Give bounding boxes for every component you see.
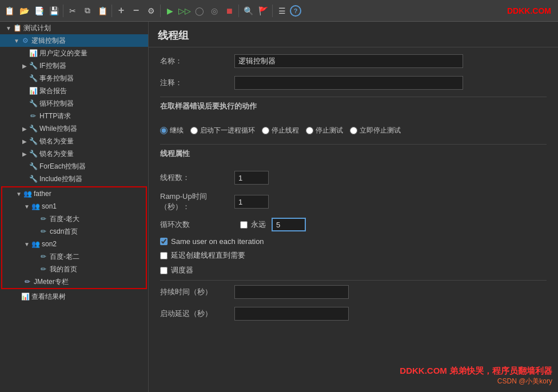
name-input[interactable] [234, 54, 463, 68]
tree-item-loop-ctrl[interactable]: ▶ 🔧 循环控制器 [0, 97, 148, 110]
radio-continue-input[interactable] [160, 127, 168, 134]
label-loop-ctrl: 循环控制器 [39, 99, 74, 109]
tree-item-son1[interactable]: ▼ 👥 son1 [2, 200, 146, 213]
arrow-son2: ▼ [23, 240, 31, 248]
rampup-input[interactable] [234, 195, 269, 209]
delay-create-checkbox[interactable]: 延迟创建线程直到需要 [160, 250, 547, 261]
comment-row: 注释： [160, 75, 547, 91]
red-border-section: ▼ 👥 father ▼ 👥 son1 ▶ ✏ 百度-老大 ▶ ✏ csdn首页 [1, 186, 147, 289]
loop-count-input[interactable] [272, 218, 306, 231]
divider1 [160, 97, 547, 97]
cut-button[interactable]: ✂ [66, 4, 79, 18]
duration-label: 持续时间（秒） [160, 287, 234, 297]
tree-item-son2[interactable]: ▼ 👥 son2 [2, 238, 146, 250]
label-user-var: 用户定义的变量 [39, 49, 87, 58]
icon-test-plan: 📋 [13, 23, 22, 33]
tree-item-baidu-laoer[interactable]: ▶ ✏ 百度-老大 [2, 213, 146, 225]
same-user-checkbox[interactable]: Same user on each iteration [160, 237, 547, 246]
tree-item-while-ctrl[interactable]: ▶ 🔧 While控制器 [0, 122, 148, 135]
pause2-button[interactable]: ◎ [208, 4, 221, 18]
tree-item-include-ctrl[interactable]: ▶ 🔧 Include控制器 [0, 173, 148, 185]
left-panel: ▼ 📋 测试计划 ▼ ⚙ 逻辑控制器 ▶ 📊 用户定义的变量 ▶ 🔧 IF控制器… [0, 22, 149, 392]
icon-lock-var1: 🔧 [29, 137, 38, 146]
name-row: 名称： [160, 53, 547, 69]
radio-continue[interactable]: 继续 [160, 126, 184, 135]
tree-item-if-ctrl[interactable]: ▶ 🔧 IF控制器 [0, 59, 148, 72]
tree-item-jmeter-col[interactable]: ▶ ✏ JMeter专栏 [2, 275, 146, 288]
paste-button[interactable]: 📋 [95, 4, 109, 18]
tree-item-test-plan[interactable]: ▼ 📋 测试计划 [0, 22, 148, 34]
flag-button[interactable]: 🚩 [256, 4, 270, 18]
tree-item-baidu-laoda[interactable]: ▶ ✏ 百度-老二 [2, 250, 146, 263]
delay-create-label: 延迟创建线程直到需要 [171, 250, 245, 261]
label-include-ctrl: Include控制器 [39, 174, 82, 184]
stop-button[interactable]: ⏹ [222, 4, 236, 18]
icon-user-var: 📊 [29, 49, 38, 58]
settings-button[interactable]: ⚙ [144, 4, 158, 18]
icon-view-results: 📊 [21, 292, 30, 301]
delay-create-input[interactable] [160, 252, 168, 259]
pause-button[interactable]: ◯ [193, 4, 206, 18]
tree-item-csdn-home[interactable]: ▶ ✏ csdn首页 [2, 225, 146, 238]
list-button[interactable]: ☰ [275, 4, 289, 18]
arrow-lock-var2: ▶ [21, 150, 29, 158]
radio-next-loop[interactable]: 启动下一进程循环 [190, 126, 255, 135]
arrow-test-plan: ▼ [5, 24, 13, 32]
search-button[interactable]: 🔍 [241, 4, 255, 18]
tree-item-trans-ctrl[interactable]: ▶ 🔧 事务控制器 [0, 72, 148, 85]
loop-forever-input[interactable] [240, 221, 248, 229]
label-csdn-home: csdn首页 [50, 227, 78, 237]
error-radio-group: 继续 启动下一进程循环 停止线程 停止测试 [160, 126, 401, 135]
thread-count-input[interactable] [234, 171, 269, 185]
icon-if-ctrl: 🔧 [29, 61, 38, 70]
new-button[interactable]: 📋 [2, 4, 16, 18]
add-button[interactable]: + [114, 4, 128, 18]
tree-item-my-home[interactable]: ▶ ✏ 我的首页 [2, 263, 146, 275]
scheduler-input[interactable] [160, 267, 168, 274]
icon-baidu-laoer: ✏ [39, 214, 48, 223]
open-button[interactable]: 📂 [17, 4, 31, 18]
tree-item-lock-var1[interactable]: ▶ 🔧 锁名为变量 [0, 135, 148, 147]
scheduler-checkbox[interactable]: 调度器 [160, 265, 547, 275]
radio-stop-thread-input[interactable] [262, 127, 269, 134]
duration-input[interactable] [234, 285, 349, 299]
rampup-row: Ramp-Up时间（秒）： [160, 191, 547, 212]
sep1 [63, 5, 63, 17]
loop-count-label: 循环次数 [160, 219, 234, 230]
loop-forever-checkbox[interactable]: 永远 [240, 219, 266, 230]
startup-delay-input[interactable] [234, 307, 349, 321]
toolbar: 📋 📂 📑 💾 ✂ ⧉ 📋 + − ⚙ ▶ ▷▷ ◯ ◎ ⏹ 🔍 🚩 ☰ ? D… [0, 0, 558, 22]
radio-stop-test[interactable]: 停止测试 [306, 126, 343, 135]
comment-label: 注释： [160, 78, 234, 88]
tree-item-http-req[interactable]: ▶ ✏ HTTP请求 [0, 110, 148, 122]
radio-stop-test-now[interactable]: 立即停止测试 [350, 126, 401, 135]
name-label: 名称： [160, 56, 234, 66]
loop-forever-label: 永远 [251, 219, 266, 230]
same-user-input[interactable] [160, 238, 168, 245]
save-button[interactable]: 💾 [47, 4, 61, 18]
help-button[interactable]: ? [290, 5, 301, 17]
right-panel: 线程组 名称： 注释： 在取样器错误后要执行的动作 [149, 22, 558, 392]
run-button[interactable]: ▶ [163, 4, 177, 18]
tree-item-agg-report[interactable]: ▶ 📊 聚合报告 [0, 85, 148, 97]
template-button[interactable]: 📑 [32, 4, 46, 18]
tree-item-logic-ctrl[interactable]: ▼ ⚙ 逻辑控制器 [0, 34, 148, 47]
panel-title: 线程组 [149, 22, 558, 47]
comment-input[interactable] [234, 76, 463, 90]
radio-stop-test-now-input[interactable] [350, 127, 357, 134]
icon-while-ctrl: 🔧 [29, 124, 38, 133]
radio-stop-test-input[interactable] [306, 127, 313, 134]
radio-stop-thread[interactable]: 停止线程 [262, 126, 299, 135]
run-all-button[interactable]: ▷▷ [178, 4, 192, 18]
tree-item-lock-var2[interactable]: ▶ 🔧 锁名为变量 [0, 147, 148, 160]
radio-next-loop-input[interactable] [190, 127, 198, 134]
error-radio-row: 继续 启动下一进程循环 停止线程 停止测试 [160, 122, 547, 138]
tree-item-view-results[interactable]: ▶ 📊 查看结果树 [0, 290, 148, 303]
tree-item-foreach-ctrl[interactable]: ▶ 🔧 ForEach控制器 [0, 160, 148, 173]
copy-button[interactable]: ⧉ [81, 4, 94, 18]
tree-item-user-var[interactable]: ▶ 📊 用户定义的变量 [0, 47, 148, 59]
remove-button[interactable]: − [129, 4, 143, 18]
tree-item-father[interactable]: ▼ 👥 father [2, 187, 146, 200]
arrow-if-ctrl: ▶ [21, 62, 29, 70]
thread-props-row: 线程属性 [160, 148, 547, 164]
